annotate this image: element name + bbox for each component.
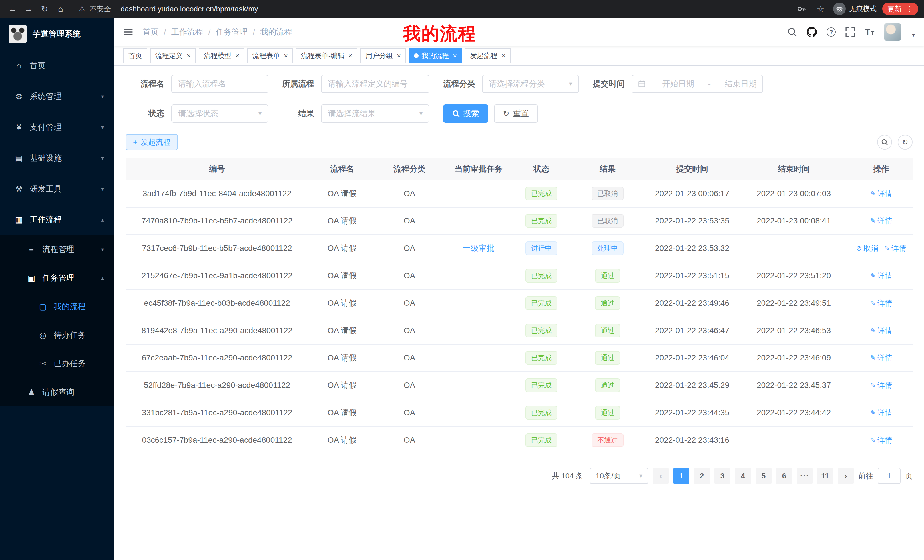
detail-button[interactable]: ✎详情 (884, 244, 906, 253)
breadcrumb-item-workflow[interactable]: 工作流程 (171, 27, 203, 37)
reload-icon[interactable]: ↻ (38, 2, 51, 16)
fullscreen-icon[interactable] (846, 27, 855, 37)
process-definition-input[interactable]: 请输入流程定义的编号 (321, 75, 429, 93)
toggle-search-button[interactable] (877, 135, 892, 150)
process-name-input[interactable]: 请输入流程名 (171, 75, 268, 93)
refresh-table-button[interactable]: ↻ (898, 135, 913, 150)
page-button-4[interactable]: 4 (735, 468, 751, 484)
search-button[interactable]: 搜索 (443, 105, 488, 123)
cell-actions: ✎详情 (850, 180, 913, 207)
menu-collapse-icon[interactable] (123, 27, 134, 37)
page-size-select[interactable]: 10条/页 ▾ (590, 468, 648, 484)
close-icon[interactable]: × (453, 52, 457, 59)
tab-发起流程[interactable]: 发起流程× (465, 48, 510, 63)
update-button[interactable]: 更新 ⋮ (882, 3, 918, 15)
sidebar-item-todo-task[interactable]: ◎待办任务 (0, 321, 114, 349)
close-icon[interactable]: × (501, 52, 506, 59)
breadcrumb-item-task-management[interactable]: 任务管理 (216, 27, 248, 37)
close-icon[interactable]: × (235, 52, 239, 59)
close-icon[interactable]: × (284, 52, 288, 59)
sidebar-item-leave-query[interactable]: ♟请假查询 (0, 378, 114, 406)
leave-icon: ♟ (25, 388, 38, 397)
cell-current-task (443, 262, 514, 289)
sidebar-item-done-task[interactable]: ✂已办任务 (0, 349, 114, 378)
pagination: 共 104 条 10条/页 ▾ ‹ 123456···11 › 前往 页 (126, 468, 913, 484)
kebab-menu-icon[interactable]: ⋮ (906, 4, 913, 13)
result-select[interactable]: 请选择流结果 ▾ (321, 105, 429, 123)
sidebar-item-system-management[interactable]: ⚙系统管理▾ (0, 81, 114, 112)
page-button-3[interactable]: 3 (714, 468, 730, 484)
sidebar-item-payment-management[interactable]: ¥支付管理▾ (0, 112, 114, 143)
reset-button[interactable]: ↻ 重置 (494, 105, 538, 123)
sidebar-item-my-process[interactable]: ▢我的流程 (0, 292, 114, 321)
detail-button[interactable]: ✎详情 (870, 408, 892, 418)
filter-process-name: 流程名 请输入流程名 (126, 75, 268, 93)
sidebar-item-home[interactable]: ⌂首页 (0, 50, 114, 81)
tab-我的流程[interactable]: 我的流程× (409, 48, 462, 63)
app-logo[interactable]: 芋道管理系统 (0, 18, 114, 50)
help-icon[interactable]: ? (826, 27, 836, 36)
status-select[interactable]: 请选择状态 ▾ (171, 105, 268, 123)
address-bar[interactable]: ⚠ 不安全 dashboard.yudao.iocoder.cn/bpm/tas… (70, 4, 792, 14)
tab-流程表单-编辑[interactable]: 流程表单-编辑× (296, 48, 357, 63)
cell-process-name: OA 请假 (308, 371, 376, 399)
tab-流程表单[interactable]: 流程表单× (247, 48, 293, 63)
result-tag: 处理中 (592, 241, 624, 255)
tab-首页[interactable]: 首页 (123, 48, 147, 63)
page-button-1[interactable]: 1 (673, 468, 689, 484)
page-button-11[interactable]: 11 (817, 468, 833, 484)
close-icon[interactable]: × (348, 52, 352, 59)
current-task-link[interactable]: 一级审批 (463, 244, 495, 253)
detail-button[interactable]: ✎详情 (870, 189, 892, 199)
prev-page-button[interactable]: ‹ (653, 468, 669, 484)
github-icon[interactable] (807, 27, 817, 37)
font-size-icon[interactable]: TT (865, 27, 874, 37)
user-avatar[interactable] (884, 23, 901, 40)
detail-button[interactable]: ✎详情 (870, 298, 892, 308)
create-process-button[interactable]: + 发起流程 (126, 134, 178, 150)
cell-process-name: OA 请假 (308, 207, 376, 235)
tab-label: 首页 (129, 51, 142, 60)
pager-ellipsis[interactable]: ··· (796, 468, 813, 484)
sidebar-item-dev-tools[interactable]: ⚒研发工具▾ (0, 174, 114, 204)
avatar-caret-icon[interactable]: ▾ (912, 31, 915, 38)
breadcrumb-item-home[interactable]: 首页 (143, 27, 159, 37)
bookmark-star-icon[interactable]: ☆ (814, 2, 828, 16)
detail-button[interactable]: ✎详情 (870, 353, 892, 363)
table-row: 7317cec6-7b9b-11ec-b5b7-acde48001122OA 请… (126, 235, 913, 262)
key-icon[interactable] (794, 2, 808, 16)
goto-page-input[interactable] (878, 468, 901, 484)
browser-toolbar-right: ☆ 无痕模式 更新 ⋮ (794, 2, 918, 16)
detail-button[interactable]: ✎详情 (870, 216, 892, 226)
sidebar-item-workflow[interactable]: ▦工作流程▴ (0, 204, 114, 235)
cell-submit-time: 2022-01-22 23:46:47 (646, 317, 738, 344)
next-page-button[interactable]: › (838, 468, 854, 484)
page-button-5[interactable]: 5 (756, 468, 771, 484)
page-buttons: 123456···11 (673, 468, 833, 484)
back-icon[interactable]: ← (6, 2, 20, 16)
tab-流程模型[interactable]: 流程模型× (199, 48, 244, 63)
category-select[interactable]: 请选择流程分类 ▾ (482, 75, 579, 93)
edit-icon: ✎ (870, 409, 876, 417)
search-icon[interactable] (787, 27, 797, 37)
tab-用户分组[interactable]: 用户分组× (360, 48, 406, 63)
sidebar-item-process-management[interactable]: ≡流程管理▾ (0, 235, 114, 264)
page-button-6[interactable]: 6 (776, 468, 792, 484)
detail-button[interactable]: ✎详情 (870, 271, 892, 281)
result-tag: 通过 (595, 269, 620, 283)
detail-button[interactable]: ✎详情 (870, 326, 892, 335)
browser-home-icon[interactable]: ⌂ (54, 2, 68, 16)
submit-time-range-picker[interactable]: 开始日期 - 结束日期 (632, 75, 763, 93)
detail-button[interactable]: ✎详情 (870, 435, 892, 445)
profile-badge[interactable]: 无痕模式 (833, 3, 877, 15)
detail-button[interactable]: ✎详情 (870, 380, 892, 391)
url-text: dashboard.yudao.iocoder.cn/bpm/task/my (121, 4, 258, 13)
close-icon[interactable]: × (187, 52, 191, 59)
sidebar-item-infrastructure[interactable]: ▤基础设施▾ (0, 143, 114, 174)
sidebar-item-task-management[interactable]: ▣任务管理▴ (0, 264, 114, 292)
tab-流程定义[interactable]: 流程定义× (150, 48, 196, 63)
page-button-2[interactable]: 2 (694, 468, 710, 484)
close-icon[interactable]: × (397, 52, 401, 59)
cancel-button[interactable]: ⊘取消 (856, 244, 878, 253)
forward-icon[interactable]: → (22, 2, 35, 16)
